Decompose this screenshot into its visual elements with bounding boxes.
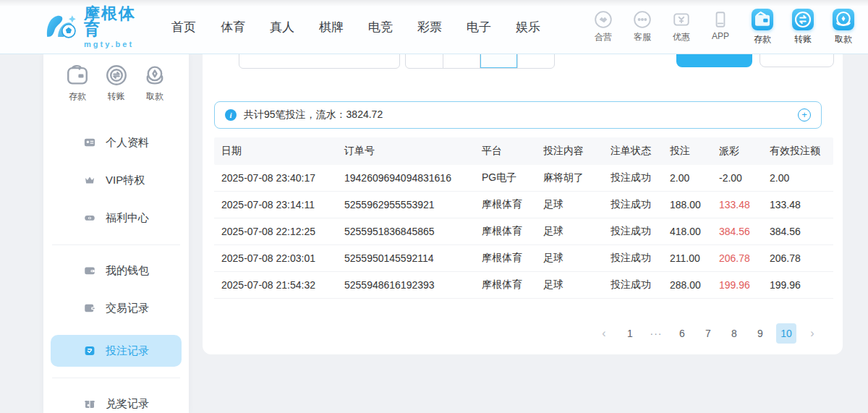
cell-order-number: 5255951836845865 — [337, 226, 475, 237]
pagination-page-9[interactable]: 9 — [750, 323, 770, 344]
cell-payout: 133.48 — [712, 199, 762, 210]
nav-item-1[interactable]: 首页 — [171, 19, 196, 35]
support-chat-icon — [633, 10, 652, 29]
quick-action-label: 转账 — [108, 90, 125, 103]
cell-valid-amount: 199.96 — [762, 279, 833, 291]
nav-item-4[interactable]: 棋牌 — [319, 19, 344, 35]
sidebar-item-label: 我的钱包 — [106, 264, 149, 278]
benefit-coin-icon — [83, 211, 96, 224]
sidebar-item-transaction-record[interactable]: 交易记录 — [51, 297, 182, 319]
sidebar-item-label: 个人资料 — [106, 136, 149, 150]
deposit-outline-icon — [65, 63, 90, 88]
info-icon: i — [225, 109, 237, 121]
header-action-promo-yuan[interactable]: 优惠 — [668, 10, 695, 43]
column-header-1: 日期 — [214, 145, 337, 158]
table-row: 2025-07-08 23:14:115255962955553921摩根体育足… — [214, 192, 833, 218]
profile-card-icon — [83, 136, 96, 149]
brand-logo-icon — [45, 10, 78, 43]
brand-logo[interactable]: 摩根体育 mgty.bet — [45, 6, 141, 48]
header-action-app-phone[interactable]: APP — [707, 10, 734, 43]
sidebar-item-label: 投注记录 — [106, 344, 149, 358]
cell-payout: 199.96 — [712, 279, 762, 291]
nav-item-8[interactable]: 娱乐 — [516, 19, 540, 35]
wallet-action-withdraw[interactable]: 取款 — [828, 9, 859, 46]
column-header-2: 订单号 — [337, 145, 475, 158]
sidebar-quick-actions: 存款转账取款 — [43, 54, 189, 103]
cell-bet-amount: 188.00 — [663, 199, 712, 210]
pagination-page-10[interactable]: 10 — [776, 323, 796, 344]
cell-content: 足球 — [536, 252, 603, 265]
cell-date: 2025-07-08 21:54:32 — [214, 279, 337, 291]
quick-action-label: 取款 — [146, 90, 163, 103]
summary-bar: i 共计95笔投注，流水：3824.72 + — [214, 101, 822, 129]
sidebar-quick-deposit[interactable]: 存款 — [65, 63, 90, 103]
sidebar-item-bet-record[interactable]: 投注记录 — [51, 335, 182, 367]
table-header-row: 日期订单号平台投注内容注单状态投注派彩有效投注额 — [214, 137, 833, 165]
nav-item-2[interactable]: 体育 — [221, 19, 245, 35]
pagination-page-8[interactable]: 8 — [724, 323, 744, 344]
wallet-action-deposit[interactable]: 存款 — [747, 9, 778, 46]
cell-date: 2025-07-08 23:40:17 — [214, 172, 337, 184]
pagination-page-7[interactable]: 7 — [698, 323, 718, 344]
pagination-page-1[interactable]: 1 — [620, 323, 640, 344]
sidebar-item-prize-record[interactable]: 兑奖记录 — [51, 393, 182, 413]
sidebar-item-wallet[interactable]: 我的钱包 — [51, 260, 182, 281]
cell-platform: 摩根体育 — [475, 278, 536, 291]
sidebar-quick-transfer[interactable]: 转账 — [104, 63, 129, 103]
sidebar-item-crown[interactable]: VIP特权 — [51, 169, 182, 191]
cell-valid-amount: 206.78 — [762, 252, 833, 264]
nav-item-6[interactable]: 彩票 — [417, 19, 442, 35]
summary-text: 共计95笔投注，流水：3824.72 — [244, 108, 383, 122]
cell-order-number: 5255962955553921 — [337, 199, 475, 210]
table-row: 2025-07-08 23:40:171942609694094831616PG… — [214, 165, 833, 192]
top-header: 摩根体育 mgty.bet 首页体育真人棋牌电竞彩票电子娱乐 合营客服优惠APP… — [0, 0, 868, 54]
transaction-record-icon — [83, 302, 96, 315]
cell-bet-amount: 211.00 — [663, 252, 712, 264]
cell-payout: 206.78 — [712, 252, 762, 264]
promo-yuan-icon — [672, 10, 691, 29]
nav-item-3[interactable]: 真人 — [270, 19, 294, 35]
header-action-partnership[interactable]: 合营 — [590, 10, 617, 43]
header-action-support-chat[interactable]: 客服 — [629, 10, 656, 43]
cell-platform: 摩根体育 — [475, 225, 536, 238]
cell-order-number: 1942609694094831616 — [337, 172, 475, 184]
sidebar-divider — [52, 378, 180, 378]
sidebar-quick-withdraw[interactable]: 取款 — [142, 63, 167, 103]
cell-platform: 摩根体育 — [475, 252, 536, 265]
bet-record-icon — [83, 344, 96, 357]
cell-content: 麻将胡了 — [536, 171, 603, 184]
pagination-next[interactable]: › — [802, 323, 822, 344]
bet-records-panel: i 共计95笔投注，流水：3824.72 + 日期订单号平台投注内容注单状态投注… — [203, 29, 843, 354]
pagination-prev[interactable]: ‹ — [594, 323, 614, 344]
column-header-8: 有效投注额 — [762, 145, 833, 158]
cell-date: 2025-07-08 22:03:01 — [214, 252, 337, 264]
column-header-3: 平台 — [475, 145, 536, 158]
partnership-icon — [594, 10, 613, 29]
cell-status: 投注成功 — [603, 278, 663, 291]
main-nav: 首页体育真人棋牌电竞彩票电子娱乐 — [171, 19, 540, 35]
quick-action-label: 存款 — [69, 90, 86, 103]
header-actions: 合营客服优惠APP — [590, 10, 734, 43]
expand-plus-icon[interactable]: + — [798, 108, 811, 122]
transfer-icon — [792, 9, 814, 30]
nav-item-5[interactable]: 电竞 — [368, 19, 393, 35]
cell-order-number: 5255950145592114 — [337, 252, 475, 264]
sidebar-item-benefit-coin[interactable]: 福利中心 — [51, 207, 182, 229]
table-row: 2025-07-08 22:03:015255950145592114摩根体育足… — [214, 245, 833, 272]
cell-status: 投注成功 — [603, 171, 663, 184]
cell-payout: -2.00 — [712, 172, 762, 184]
deposit-icon — [752, 9, 773, 30]
header-action-label: 客服 — [634, 31, 651, 43]
cell-valid-amount: 384.56 — [762, 226, 833, 237]
nav-item-7[interactable]: 电子 — [467, 19, 491, 35]
table-row: 2025-07-08 22:12:255255951836845865摩根体育足… — [214, 218, 833, 245]
cell-content: 足球 — [536, 278, 603, 291]
bet-records-table: 日期订单号平台投注内容注单状态投注派彩有效投注额 2025-07-08 23:4… — [214, 137, 833, 299]
withdraw-outline-icon — [142, 63, 167, 88]
cell-valid-amount: 133.48 — [762, 199, 833, 210]
wallet-action-transfer[interactable]: 转账 — [788, 9, 818, 46]
pagination-page-6[interactable]: 6 — [672, 323, 692, 344]
sidebar-item-profile-card[interactable]: 个人资料 — [51, 132, 182, 153]
withdraw-icon — [833, 9, 854, 30]
sidebar-menu: 个人资料VIP特权福利中心我的钱包交易记录投注记录兑奖记录 — [43, 132, 189, 413]
